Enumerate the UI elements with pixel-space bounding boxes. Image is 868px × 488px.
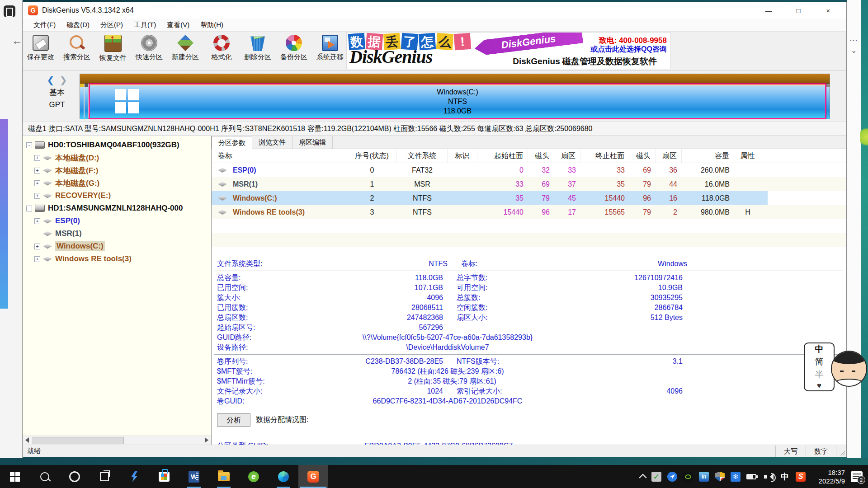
taskbar-app-edge[interactable]: [269, 465, 298, 488]
column-header-start-sector[interactable]: 扇区: [554, 149, 580, 163]
expander-icon[interactable]: -: [26, 142, 32, 148]
menu-disk[interactable]: 磁盘(D): [61, 19, 95, 31]
ime-mode-simplified[interactable]: 简: [815, 356, 824, 368]
taskbar-app-file-explorer[interactable]: [209, 465, 239, 488]
tree-item-recovery-e[interactable]: + RECOVERY(E:): [23, 189, 211, 202]
scrollbar-thumb[interactable]: [33, 437, 124, 444]
tree-item-esp[interactable]: + ESP(0): [23, 215, 211, 227]
tree-item-windows-c[interactable]: + Windows(C:): [23, 240, 211, 253]
tree-item-local-disk-f[interactable]: + 本地磁盘(F:): [23, 164, 211, 177]
volume-icon[interactable]: [764, 472, 774, 482]
taskbar-app-browser[interactable]: e: [239, 465, 269, 488]
back-arrow-icon[interactable]: ←: [12, 34, 23, 47]
next-disk-arrow-icon[interactable]: ❯: [60, 75, 67, 85]
column-header-attr[interactable]: 属性: [734, 149, 761, 163]
maximize-button[interactable]: □: [792, 7, 805, 14]
close-button[interactable]: ×: [822, 7, 835, 14]
partition-block-re-tools[interactable]: [826, 84, 830, 119]
ime-indicator[interactable]: 中: [780, 472, 790, 482]
format-button[interactable]: 格式化: [203, 33, 240, 69]
expander-icon[interactable]: -: [26, 206, 32, 211]
taskbar-search-button[interactable]: [30, 465, 60, 488]
partition-block-msr[interactable]: [85, 84, 88, 119]
menu-help[interactable]: 帮助(H): [195, 19, 229, 31]
tray-check-icon[interactable]: ✓: [651, 472, 661, 482]
table-row-msr[interactable]: MSR(1) 1 MSR 33 69 37 35 79 44 16.0MB: [212, 177, 846, 191]
analyze-button[interactable]: 分析: [217, 413, 250, 427]
scroll-left-arrow-icon[interactable]: [25, 437, 29, 443]
resize-grip[interactable]: [836, 446, 846, 457]
scroll-right-arrow-icon[interactable]: [205, 437, 208, 443]
banner-qq-link[interactable]: 或点击此处选择QQ咨询: [590, 45, 667, 54]
backup-partition-button[interactable]: 备份分区: [276, 33, 312, 69]
tray-snowflake-icon[interactable]: ❄: [731, 472, 741, 482]
floating-ime-widget[interactable]: 中 简 半 ♥: [804, 343, 867, 391]
taskbar-app-store[interactable]: [149, 465, 179, 488]
tree-item-local-disk-g[interactable]: + 本地磁盘(G:): [23, 177, 211, 189]
expander-icon[interactable]: +: [34, 180, 40, 186]
quick-partition-button[interactable]: 快速分区: [131, 33, 167, 69]
expander-icon[interactable]: +: [34, 155, 40, 161]
taskbar-app-flash[interactable]: [119, 465, 149, 488]
cortana-button[interactable]: [60, 465, 90, 488]
tray-expand-chevron-icon[interactable]: [639, 474, 647, 481]
ime-status-box[interactable]: 中 简 半 ♥: [804, 343, 835, 391]
partition-block-esp[interactable]: [80, 84, 84, 119]
tab-sector-edit[interactable]: 扇区编辑: [292, 136, 333, 149]
tab-browse-files[interactable]: 浏览文件: [252, 136, 292, 149]
tree-item-hd1[interactable]: - HD1:SAMSUNGMZNLN128HAHQ-000: [23, 202, 211, 215]
column-header-capacity[interactable]: 容量: [682, 149, 734, 163]
menu-file[interactable]: 文件(F): [28, 19, 61, 31]
start-button[interactable]: [0, 465, 30, 488]
battery-icon[interactable]: [746, 472, 758, 482]
task-view-button[interactable]: [90, 465, 119, 488]
menu-partition[interactable]: 分区(P): [95, 19, 128, 31]
taskbar-clock[interactable]: 18:37 2022/5/9: [811, 468, 845, 485]
expander-icon[interactable]: +: [34, 218, 40, 224]
expander-icon[interactable]: +: [34, 244, 40, 249]
expander-icon[interactable]: +: [34, 256, 40, 262]
ime-mode-halfwidth[interactable]: 半: [815, 369, 824, 380]
tree-item-windows-re-tools[interactable]: + Windows RE tools(3): [23, 253, 211, 265]
tree-item-hd0[interactable]: - HD0:TOSHIBAMQ04ABF100(932GB): [23, 139, 211, 151]
tree-horizontal-scrollbar[interactable]: [23, 436, 211, 445]
ime-mode-chinese[interactable]: 中: [815, 343, 824, 355]
system-migration-button[interactable]: 系统迁移: [312, 33, 348, 69]
new-partition-button[interactable]: 新建分区: [167, 33, 203, 69]
ad-banner[interactable]: 数 据 丢 了 怎 么 ! DiskGenius DiskGenius 致电: …: [346, 32, 671, 69]
more-icon[interactable]: ⋯: [849, 35, 858, 45]
tray-intel-icon[interactable]: in: [699, 472, 709, 482]
menu-view[interactable]: 查看(V): [161, 19, 195, 31]
tray-nvidia-icon[interactable]: [683, 472, 693, 482]
taskbar-app-word[interactable]: W: [179, 465, 209, 488]
notification-center-button[interactable]: 2: [851, 471, 863, 482]
mascot-face[interactable]: [831, 351, 867, 387]
table-row-esp[interactable]: ESP(0) 0 FAT32 0 32 33 33 69 36 260.0MB: [212, 163, 846, 177]
prev-disk-arrow-icon[interactable]: ❮: [47, 75, 54, 85]
save-changes-button[interactable]: 保存更改: [23, 33, 59, 69]
menu-tools[interactable]: 工具(T): [128, 19, 161, 31]
column-header-end-cylinder[interactable]: 终止柱面: [580, 149, 629, 163]
minimize-button[interactable]: —: [762, 7, 775, 14]
column-header-start-head[interactable]: 磁头: [528, 149, 554, 163]
table-row-windows-re-tools[interactable]: Windows RE tools(3) 3 NTFS 15440 96 17 1…: [212, 205, 846, 219]
column-header-filesystem[interactable]: 文件系统: [397, 149, 448, 163]
recover-files-button[interactable]: 恢复文件: [95, 33, 131, 69]
table-row-windows-c-selected[interactable]: Windows(C:) 2 NTFS 35 79 45 15440 96 16 …: [212, 191, 846, 205]
tray-defender-icon[interactable]: [715, 472, 725, 482]
heart-icon[interactable]: ♥: [817, 381, 821, 390]
column-header-end-head[interactable]: 磁头: [629, 149, 656, 163]
tab-partition-params[interactable]: 分区参数: [212, 136, 252, 149]
tree-item-msr[interactable]: MSR(1): [23, 227, 211, 240]
expander-icon[interactable]: +: [34, 193, 40, 199]
column-header-seq-status[interactable]: 序号(状态): [347, 149, 397, 163]
column-header-start-cylinder[interactable]: 起始柱面: [477, 149, 528, 163]
search-partition-button[interactable]: 搜索分区: [59, 33, 95, 69]
collapse-icon[interactable]: ⌄: [851, 46, 857, 55]
partition-block-windows-c[interactable]: Windows(C:) NTFS 118.0GB: [89, 84, 826, 119]
expander-icon[interactable]: +: [34, 168, 40, 174]
column-header-flag[interactable]: 标识: [448, 149, 477, 163]
column-header-end-sector[interactable]: 扇区: [656, 149, 682, 163]
tree-item-local-disk-d[interactable]: + 本地磁盘(D:): [23, 151, 211, 164]
tray-bird-icon[interactable]: [667, 472, 677, 482]
